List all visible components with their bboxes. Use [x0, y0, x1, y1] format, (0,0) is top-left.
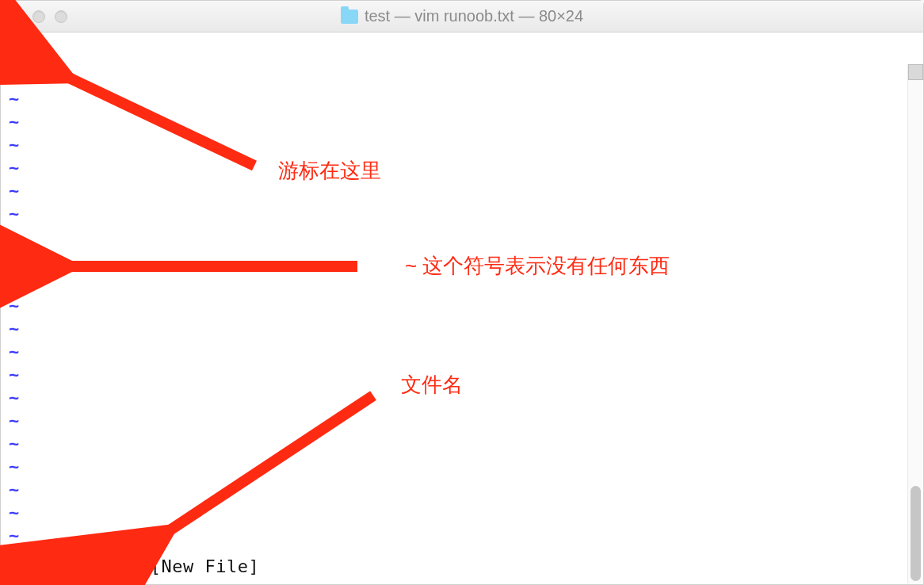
annotation-arrow-filename — [120, 381, 389, 564]
empty-line-tilde: ~ — [9, 340, 19, 363]
empty-line-tilde: ~ — [9, 478, 19, 501]
close-button[interactable] — [10, 10, 23, 23]
traffic-lights — [10, 10, 67, 23]
empty-line-tilde: ~ — [9, 156, 19, 179]
empty-line-tilde: ~ — [9, 110, 19, 133]
empty-line-tilde: ~ — [9, 271, 19, 294]
annotation-arrow-tilde — [17, 243, 365, 290]
annotation-label-cursor: 游标在这里 — [278, 159, 381, 182]
empty-line-tilde: ~ — [9, 432, 19, 455]
annotation-arrow-cursor — [17, 48, 270, 183]
empty-line-tilde: ~ — [9, 294, 19, 317]
window-title: test — vim runoob.txt — 80×24 — [365, 7, 583, 25]
empty-line-tilde: ~ — [9, 386, 19, 409]
empty-line-tilde: ~ — [9, 133, 19, 156]
empty-line-tilde: ~ — [9, 248, 19, 271]
empty-line-tilde: ~ — [9, 225, 19, 248]
annotation-label-tilde: ~ 这个符号表示没有任何东西 — [405, 254, 670, 277]
folder-icon — [341, 10, 358, 24]
empty-line-tilde: ~ — [9, 202, 19, 225]
svg-line-0 — [40, 64, 254, 166]
empty-line-tilde: ~ — [9, 501, 19, 524]
empty-line-tilde: ~ — [9, 363, 19, 386]
empty-line-column: ~~~~~~~~~~~~~~~~~~~~~~ — [9, 64, 19, 570]
annotation-label-filename: 文件名 — [401, 373, 463, 396]
text-cursor — [9, 39, 20, 58]
title-center: test — vim runoob.txt — 80×24 — [1, 7, 923, 25]
empty-line-tilde: ~ — [9, 179, 19, 202]
minimize-button[interactable] — [32, 10, 45, 23]
empty-line-tilde: ~ — [9, 317, 19, 340]
scrollbar-marker — [908, 64, 923, 80]
terminal-window: test — vim runoob.txt — 80×24 ~~~~~~~~~~… — [0, 0, 924, 585]
svg-line-2 — [143, 396, 373, 548]
scrollbar-track[interactable] — [907, 64, 923, 584]
empty-line-tilde: ~ — [9, 524, 19, 547]
empty-line-tilde: ~ — [9, 409, 19, 432]
titlebar: test — vim runoob.txt — 80×24 — [1, 1, 923, 32]
empty-line-tilde: ~ — [9, 64, 19, 87]
terminal-body[interactable]: ~~~~~~~~~~~~~~~~~~~~~~ "runoob.txt" [New… — [1, 32, 923, 584]
vim-status-line: "runoob.txt" [New File] — [9, 555, 259, 578]
scrollbar-thumb[interactable] — [911, 486, 921, 581]
maximize-button[interactable] — [55, 10, 67, 23]
empty-line-tilde: ~ — [9, 455, 19, 478]
empty-line-tilde: ~ — [9, 87, 19, 110]
